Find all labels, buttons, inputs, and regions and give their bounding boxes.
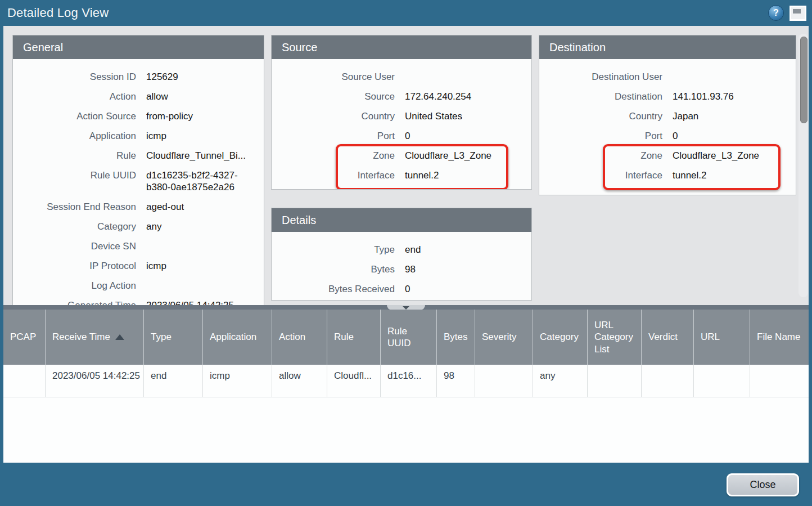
destination-panel: Destination Destination User Destination… [539, 35, 796, 195]
column-header-rule-uuid[interactable]: Rule UUID [381, 310, 437, 365]
field-row: Generated Time 2023/06/05 14:42:25 [21, 295, 255, 305]
field-row: Port 0 [279, 126, 522, 146]
field-label: Action [21, 91, 136, 102]
field-value: Cloudflare_L3_Zone [395, 150, 522, 162]
log-table-row[interactable]: 2023/06/05 14:42:25endicmpallowCloudfl..… [3, 365, 809, 397]
cell-url [694, 365, 750, 397]
field-value: allow [136, 91, 255, 102]
general-panel-title: General [13, 35, 264, 59]
field-row: Log Action [21, 276, 255, 295]
field-label: IP Protocol [21, 260, 136, 272]
field-label: Rule UUID [21, 169, 136, 181]
details-panel-body: Type end Bytes 98 Bytes Received 0 [272, 232, 531, 301]
log-table-header-row: PCAPReceive TimeTypeApplicationActionRul… [3, 310, 809, 365]
close-button[interactable]: Close [727, 473, 799, 496]
cell-bytes: 98 [437, 365, 475, 397]
column-header-pcap[interactable]: PCAP [3, 310, 46, 365]
field-label: Session ID [21, 71, 136, 83]
column-header-url-category-list[interactable]: URL Category List [588, 310, 642, 365]
column-header-type[interactable]: Type [144, 310, 203, 365]
destination-panel-body: Destination User Destination 141.101.93.… [539, 59, 796, 189]
field-row: Action Source from-policy [21, 106, 255, 126]
section-splitter[interactable] [3, 305, 809, 310]
field-value: 172.64.240.254 [395, 91, 522, 102]
field-row: Device SN [21, 236, 255, 256]
restore-window-icon[interactable] [790, 6, 806, 21]
field-row: Destination 141.101.93.76 [547, 87, 787, 106]
window-glyph-bar [793, 9, 801, 14]
field-label: Action Source [21, 110, 136, 122]
column-header-severity[interactable]: Severity [475, 310, 533, 365]
field-label: Country [547, 110, 662, 122]
column-header-application[interactable]: Application [203, 310, 272, 365]
field-row: Rule Cloudflare_Tunnel_Bi... [21, 146, 255, 165]
field-value: d1c16235-b2f2-4327-b380-0ae1875e2a26 [136, 169, 255, 193]
field-value: Cloudflare_Tunnel_Bi... [136, 150, 255, 162]
field-label: Bytes [279, 263, 395, 275]
field-value: end [395, 244, 522, 256]
detailed-log-view-dialog: Detailed Log View ? General Session ID 1… [0, 0, 812, 506]
column-header-url[interactable]: URL [694, 310, 750, 365]
field-label: Zone [279, 150, 395, 162]
field-label: Source [279, 91, 395, 102]
field-value: Cloudflare_L3_Zone [662, 150, 787, 162]
column-header-category[interactable]: Category [533, 310, 588, 365]
field-label: Port [547, 130, 662, 142]
field-label: Category [21, 221, 136, 232]
field-value: tunnel.2 [662, 169, 787, 181]
cell-rule: Cloudfl... [327, 365, 381, 397]
log-table-section: PCAPReceive TimeTypeApplicationActionRul… [3, 310, 809, 463]
column-header-action[interactable]: Action [272, 310, 327, 365]
column-header-receive-time[interactable]: Receive Time [46, 310, 144, 365]
column-header-label: Type [151, 331, 172, 343]
source-panel-title: Source [272, 35, 531, 59]
dialog-footer: Close [0, 463, 812, 506]
column-header-label: Rule [334, 331, 354, 343]
field-value: 98 [395, 263, 522, 275]
field-label: Rule [21, 150, 136, 162]
column-header-file-name[interactable]: File Name [750, 310, 809, 365]
vertical-scrollbar[interactable] [799, 34, 808, 297]
field-row: Zone Cloudflare_L3_Zone [547, 146, 787, 165]
field-row: Action allow [21, 87, 255, 106]
scrollbar-thumb[interactable] [800, 37, 808, 123]
cell-receive-time: 2023/06/05 14:42:25 [46, 365, 144, 397]
column-header-rule[interactable]: Rule [327, 310, 381, 365]
column-header-label: Rule UUID [387, 325, 433, 350]
log-detail-section: General Session ID 125629 Action allow A… [3, 26, 809, 305]
field-row: Destination User [547, 67, 787, 87]
field-row: Country Japan [547, 106, 787, 126]
field-row: Session End Reason aged-out [21, 197, 255, 217]
column-header-label: Receive Time [52, 331, 110, 343]
title-bar: Detailed Log View ? [0, 0, 812, 26]
column-header-bytes[interactable]: Bytes [437, 310, 475, 365]
field-value: 0 [662, 130, 787, 142]
field-value: icmp [136, 260, 255, 272]
field-label: Port [279, 130, 395, 142]
help-icon[interactable]: ? [768, 5, 784, 21]
cell-pcap [3, 365, 46, 397]
field-value: aged-out [136, 201, 255, 213]
field-row: Source User [279, 67, 522, 87]
cell-rule-uuid: d1c16... [381, 365, 437, 397]
column-header-label: Severity [482, 331, 516, 343]
field-label: Bytes Received [279, 283, 395, 295]
column-header-label: Verdict [648, 331, 678, 343]
title-bar-actions: ? [768, 5, 806, 21]
field-label: Zone [547, 150, 662, 162]
column-header-label: URL [701, 331, 720, 343]
cell-type: end [144, 365, 203, 397]
log-table-body: 2023/06/05 14:42:25endicmpallowCloudfl..… [3, 365, 809, 397]
cell-verdict [642, 365, 694, 397]
cell-category: any [533, 365, 588, 397]
field-label: Destination User [547, 71, 662, 83]
source-panel-body: Source User Source 172.64.240.254 Countr… [272, 59, 531, 189]
field-row: IP Protocol icmp [21, 256, 255, 276]
field-row: Application icmp [21, 126, 255, 146]
cell-application: icmp [203, 365, 272, 397]
field-row: Rule UUID d1c16235-b2f2-4327-b380-0ae187… [21, 165, 255, 197]
column-header-label: PCAP [10, 331, 36, 343]
field-label: Device SN [21, 240, 136, 252]
field-row: Bytes 98 [279, 259, 522, 279]
column-header-verdict[interactable]: Verdict [642, 310, 694, 365]
